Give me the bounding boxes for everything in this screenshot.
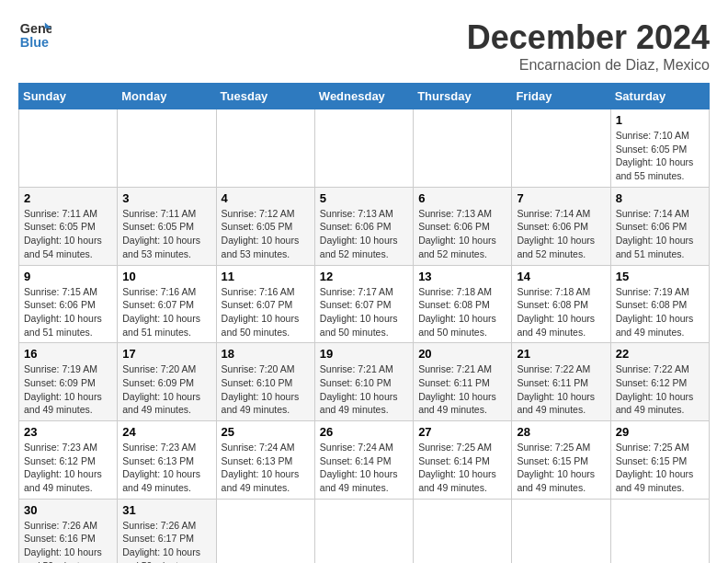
day-info: Sunrise: 7:18 AM Sunset: 6:08 PM Dayligh…: [418, 285, 506, 339]
weekday-header-saturday: Saturday: [610, 84, 709, 109]
calendar-cell: [118, 109, 216, 188]
day-number: 10: [122, 270, 210, 283]
calendar-cell: 19Sunrise: 7:21 AM Sunset: 6:10 PM Dayli…: [314, 343, 413, 421]
day-info: Sunrise: 7:22 AM Sunset: 6:11 PM Dayligh…: [517, 362, 605, 417]
day-number: 6: [418, 191, 506, 205]
calendar-cell: 5Sunrise: 7:13 AM Sunset: 6:06 PM Daylig…: [314, 187, 413, 265]
calendar-week-row: 1Sunrise: 7:10 AM Sunset: 6:05 PM Daylig…: [19, 109, 710, 188]
logo: General Blue: [18, 18, 51, 52]
day-info: Sunrise: 7:24 AM Sunset: 6:14 PM Dayligh…: [320, 441, 408, 495]
day-info: Sunrise: 7:24 AM Sunset: 6:13 PM Dayligh…: [222, 441, 310, 495]
calendar-cell: 27Sunrise: 7:25 AM Sunset: 6:14 PM Dayli…: [414, 421, 512, 500]
calendar-week-row: 16Sunrise: 7:19 AM Sunset: 6:09 PM Dayli…: [19, 343, 710, 421]
day-info: Sunrise: 7:25 AM Sunset: 6:15 PM Dayligh…: [616, 441, 704, 495]
calendar-cell: [610, 499, 709, 563]
calendar-table: SundayMondayTuesdayWednesdayThursdayFrid…: [18, 83, 710, 563]
weekday-header-sunday: Sunday: [19, 84, 118, 109]
day-info: Sunrise: 7:26 AM Sunset: 6:17 PM Dayligh…: [122, 519, 210, 563]
calendar-cell: [216, 109, 314, 188]
day-number: 12: [320, 270, 408, 283]
day-number: 4: [222, 191, 310, 205]
day-info: Sunrise: 7:12 AM Sunset: 6:05 PM Dayligh…: [222, 207, 310, 261]
day-number: 11: [222, 270, 310, 283]
day-info: Sunrise: 7:25 AM Sunset: 6:14 PM Dayligh…: [418, 441, 506, 495]
day-number: 7: [517, 191, 605, 205]
day-info: Sunrise: 7:21 AM Sunset: 6:10 PM Dayligh…: [320, 362, 408, 417]
day-number: 24: [122, 425, 210, 439]
calendar-cell: [414, 499, 512, 563]
day-number: 13: [418, 270, 506, 283]
day-info: Sunrise: 7:15 AM Sunset: 6:06 PM Dayligh…: [24, 285, 112, 339]
day-info: Sunrise: 7:26 AM Sunset: 6:16 PM Dayligh…: [24, 519, 112, 563]
weekday-header-monday: Monday: [118, 84, 216, 109]
calendar-cell: 17Sunrise: 7:20 AM Sunset: 6:09 PM Dayli…: [118, 343, 216, 421]
weekday-header-wednesday: Wednesday: [314, 84, 413, 109]
day-info: Sunrise: 7:25 AM Sunset: 6:15 PM Dayligh…: [517, 441, 605, 495]
day-number: 27: [418, 425, 506, 439]
calendar-cell: 29Sunrise: 7:25 AM Sunset: 6:15 PM Dayli…: [610, 421, 709, 500]
calendar-cell: 20Sunrise: 7:21 AM Sunset: 6:11 PM Dayli…: [414, 343, 512, 421]
calendar-week-row: 9Sunrise: 7:15 AM Sunset: 6:06 PM Daylig…: [19, 265, 710, 343]
day-number: 15: [616, 270, 704, 283]
title-area: December 2024 Encarnacion de Diaz, Mexic…: [467, 18, 710, 74]
day-info: Sunrise: 7:21 AM Sunset: 6:11 PM Dayligh…: [418, 362, 506, 417]
day-info: Sunrise: 7:19 AM Sunset: 6:08 PM Dayligh…: [616, 285, 704, 339]
day-info: Sunrise: 7:13 AM Sunset: 6:06 PM Dayligh…: [418, 207, 506, 261]
calendar-cell: 25Sunrise: 7:24 AM Sunset: 6:13 PM Dayli…: [216, 421, 314, 500]
calendar-cell: [314, 109, 413, 188]
calendar-week-row: 30Sunrise: 7:26 AM Sunset: 6:16 PM Dayli…: [19, 499, 710, 563]
day-number: 9: [24, 270, 112, 283]
month-title: December 2024: [467, 18, 710, 57]
calendar-cell: 9Sunrise: 7:15 AM Sunset: 6:06 PM Daylig…: [19, 265, 118, 343]
day-info: Sunrise: 7:13 AM Sunset: 6:06 PM Dayligh…: [320, 207, 408, 261]
calendar-cell: 26Sunrise: 7:24 AM Sunset: 6:14 PM Dayli…: [314, 421, 413, 500]
day-info: Sunrise: 7:18 AM Sunset: 6:08 PM Dayligh…: [517, 285, 605, 339]
calendar-cell: 2Sunrise: 7:11 AM Sunset: 6:05 PM Daylig…: [19, 187, 118, 265]
calendar-cell: 14Sunrise: 7:18 AM Sunset: 6:08 PM Dayli…: [512, 265, 610, 343]
day-info: Sunrise: 7:23 AM Sunset: 6:12 PM Dayligh…: [24, 441, 112, 495]
day-number: 2: [24, 191, 112, 205]
day-number: 29: [616, 425, 704, 439]
day-number: 18: [222, 347, 310, 361]
day-number: 22: [616, 347, 704, 361]
day-info: Sunrise: 7:23 AM Sunset: 6:13 PM Dayligh…: [122, 441, 210, 495]
day-info: Sunrise: 7:16 AM Sunset: 6:07 PM Dayligh…: [222, 285, 310, 339]
calendar-cell: [19, 109, 118, 188]
calendar-cell: 15Sunrise: 7:19 AM Sunset: 6:08 PM Dayli…: [610, 265, 709, 343]
day-number: 1: [616, 113, 704, 127]
day-number: 31: [122, 503, 210, 517]
calendar-cell: 18Sunrise: 7:20 AM Sunset: 6:10 PM Dayli…: [216, 343, 314, 421]
day-number: 30: [24, 503, 112, 517]
header-row: SundayMondayTuesdayWednesdayThursdayFrid…: [19, 84, 710, 109]
calendar-cell: [216, 499, 314, 563]
calendar-cell: 13Sunrise: 7:18 AM Sunset: 6:08 PM Dayli…: [414, 265, 512, 343]
day-info: Sunrise: 7:19 AM Sunset: 6:09 PM Dayligh…: [24, 362, 112, 417]
day-number: 19: [320, 347, 408, 361]
day-number: 25: [222, 425, 310, 439]
calendar-cell: 31Sunrise: 7:26 AM Sunset: 6:17 PM Dayli…: [118, 499, 216, 563]
calendar-cell: 30Sunrise: 7:26 AM Sunset: 6:16 PM Dayli…: [19, 499, 118, 563]
day-info: Sunrise: 7:16 AM Sunset: 6:07 PM Dayligh…: [122, 285, 210, 339]
day-number: 28: [517, 425, 605, 439]
calendar-week-row: 2Sunrise: 7:11 AM Sunset: 6:05 PM Daylig…: [19, 187, 710, 265]
calendar-cell: 22Sunrise: 7:22 AM Sunset: 6:12 PM Dayli…: [610, 343, 709, 421]
weekday-header-friday: Friday: [512, 84, 610, 109]
calendar-cell: 21Sunrise: 7:22 AM Sunset: 6:11 PM Dayli…: [512, 343, 610, 421]
calendar-week-row: 23Sunrise: 7:23 AM Sunset: 6:12 PM Dayli…: [19, 421, 710, 500]
day-number: 8: [616, 191, 704, 205]
day-info: Sunrise: 7:20 AM Sunset: 6:09 PM Dayligh…: [122, 362, 210, 417]
day-number: 3: [122, 191, 210, 205]
day-info: Sunrise: 7:14 AM Sunset: 6:06 PM Dayligh…: [517, 207, 605, 261]
day-number: 23: [24, 425, 112, 439]
day-info: Sunrise: 7:11 AM Sunset: 6:05 PM Dayligh…: [24, 207, 112, 261]
location-subtitle: Encarnacion de Diaz, Mexico: [467, 57, 710, 74]
calendar-cell: 28Sunrise: 7:25 AM Sunset: 6:15 PM Dayli…: [512, 421, 610, 500]
calendar-cell: 6Sunrise: 7:13 AM Sunset: 6:06 PM Daylig…: [414, 187, 512, 265]
day-number: 20: [418, 347, 506, 361]
calendar-cell: 4Sunrise: 7:12 AM Sunset: 6:05 PM Daylig…: [216, 187, 314, 265]
calendar-cell: 12Sunrise: 7:17 AM Sunset: 6:07 PM Dayli…: [314, 265, 413, 343]
svg-text:Blue: Blue: [20, 35, 49, 50]
day-number: 21: [517, 347, 605, 361]
calendar-cell: 10Sunrise: 7:16 AM Sunset: 6:07 PM Dayli…: [118, 265, 216, 343]
day-info: Sunrise: 7:10 AM Sunset: 6:05 PM Dayligh…: [616, 129, 704, 183]
